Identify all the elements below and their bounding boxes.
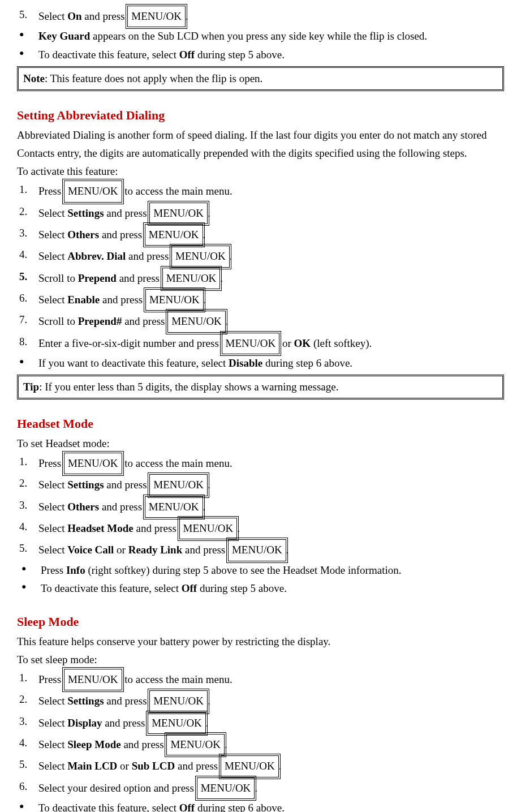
step-number: 4.: [19, 518, 38, 539]
step-text: Select Enable and press MENU/OK.: [38, 289, 504, 311]
bullet-icon: ●: [21, 561, 41, 579]
bullet-text: To deactivate this feature, select Off d…: [38, 46, 504, 64]
text: and press: [134, 522, 179, 534]
key-menuok: MENU/OK: [197, 777, 255, 799]
bullet-icon: ●: [19, 354, 38, 372]
key-menuok: MENU/OK: [166, 734, 225, 755]
key-menuok: MENU/OK: [64, 453, 122, 474]
text: .: [208, 479, 210, 491]
step-text: Select Abbrev. Dial and press MENU/OK.: [38, 246, 504, 267]
bold: Main LCD: [67, 760, 117, 772]
step-number: 4.: [19, 734, 38, 755]
bullet-text: Key Guard appears on the Sub LCD when yo…: [38, 27, 504, 45]
text: .: [203, 501, 206, 513]
text: and press: [104, 207, 150, 219]
key-menuok: MENU/OK: [145, 496, 203, 518]
step-text: Press MENU/OK to access the main menu.: [38, 453, 504, 474]
abbrev-lead: To activate this feature:: [17, 162, 504, 181]
step-number: 5.: [19, 755, 38, 777]
text: Select: [38, 760, 67, 772]
bold: Off: [182, 582, 197, 594]
text: and press: [117, 272, 162, 284]
text: and press: [102, 717, 148, 729]
text: Select: [38, 501, 67, 513]
text: .: [286, 544, 289, 556]
bold: Disable: [229, 357, 262, 369]
text: Select: [38, 294, 67, 306]
step-number: 5.: [19, 539, 38, 561]
step-number: 7.: [19, 311, 38, 332]
text: .: [203, 229, 206, 240]
bullet-text: To deactivate this feature, select Off d…: [41, 579, 504, 598]
key-menuok: MENU/OK: [221, 755, 279, 777]
text: Select: [38, 544, 67, 556]
bold: Key Guard: [38, 30, 90, 42]
abbrev-step-3: 3. Select Others and press MENU/OK.: [17, 224, 504, 246]
step-text: Select Main LCD or Sub LCD and press MEN…: [38, 755, 504, 777]
bullet-icon: ●: [19, 27, 38, 45]
abbrev-step-6: 6. Select Enable and press MENU/OK.: [17, 289, 504, 311]
text: Select: [38, 479, 67, 491]
text: .: [255, 782, 257, 794]
key-menuok: MENU/OK: [127, 6, 186, 27]
headset-step-4: 4. Select Headset Mode and press MENU/OK…: [17, 518, 504, 539]
bold: Sleep Mode: [67, 738, 120, 750]
text: during step 5 above.: [197, 582, 287, 594]
text: and press: [99, 229, 145, 240]
step-text: Select Settings and press MENU/OK.: [38, 203, 504, 224]
bold: Abbrev. Dial: [67, 250, 126, 262]
text: or: [117, 760, 131, 772]
key-menuok: MENU/OK: [149, 474, 208, 496]
text: Scroll to: [38, 315, 78, 327]
step-text: Select Settings and press MENU/OK.: [38, 690, 504, 712]
key-menuok: MENU/OK: [64, 181, 122, 202]
text: Press: [41, 564, 66, 576]
key-menuok: MENU/OK: [149, 203, 208, 224]
text: .: [204, 294, 206, 306]
bold: Prepend#: [78, 315, 122, 327]
text: To deactivate this feature, select: [38, 49, 179, 61]
headset-bullet-deactivate: ● To deactivate this feature, select Off…: [17, 579, 504, 598]
tip-label: Tip: [23, 381, 39, 393]
step-text: Select Headset Mode and press MENU/OK.: [38, 518, 504, 539]
text: To deactivate this feature, select: [38, 802, 179, 812]
text: .: [225, 738, 227, 750]
bold: Off: [179, 802, 195, 812]
abbrev-step-2: 2. Select Settings and press MENU/OK.: [17, 203, 504, 224]
text: Select your desired option and press: [38, 782, 197, 794]
step-text: Select Others and press MENU/OK.: [38, 496, 504, 518]
key-menuok: MENU/OK: [145, 224, 203, 246]
key-menuok: MENU/OK: [64, 669, 122, 690]
text: to access the main menu.: [122, 185, 232, 197]
text: .: [220, 272, 223, 284]
abbrev-bullet: ● If you want to deactivate this feature…: [17, 354, 504, 372]
text: and press: [104, 479, 150, 491]
sleep-step-3: 3. Select Display and press MENU/OK.: [17, 712, 504, 734]
step-text: Select Others and press MENU/OK.: [38, 224, 504, 246]
key-menuok: MENU/OK: [148, 712, 206, 734]
bold: OK: [294, 337, 311, 349]
bold: Ready Link: [128, 544, 183, 556]
step-text: Scroll to Prepend and press MENU/OK.: [38, 268, 504, 289]
bold: Display: [67, 717, 102, 729]
key-menuok: MENU/OK: [228, 539, 286, 561]
text: .: [279, 760, 282, 772]
abbrev-step-5: 5. Scroll to Prepend and press MENU/OK.: [17, 268, 504, 289]
bold: Sub LCD: [132, 760, 175, 772]
text: If you want to deactivate this feature, …: [38, 357, 229, 369]
bullet-text: Press Info (right softkey) during step 5…: [41, 561, 504, 579]
abbrev-step-4: 4. Select Abbrev. Dial and press MENU/OK…: [17, 246, 504, 267]
text: and press: [122, 315, 167, 327]
sleep-step-1: 1. Press MENU/OK to access the main menu…: [17, 669, 504, 690]
tip-box: Tip: If you enter less than 5 digits, th…: [17, 375, 504, 399]
bold: Others: [67, 501, 99, 513]
key-menuok: MENU/OK: [171, 246, 230, 267]
step-number: 6.: [19, 777, 38, 799]
key-menuok: MENU/OK: [145, 289, 204, 311]
step-text: Press MENU/OK to access the main menu.: [38, 669, 504, 690]
key-menuok: MENU/OK: [222, 333, 280, 354]
text: Press: [38, 185, 64, 197]
text: .: [230, 250, 232, 262]
headset-step-5: 5. Select Voice Call or Ready Link and p…: [17, 539, 504, 561]
text: and press: [82, 10, 128, 22]
